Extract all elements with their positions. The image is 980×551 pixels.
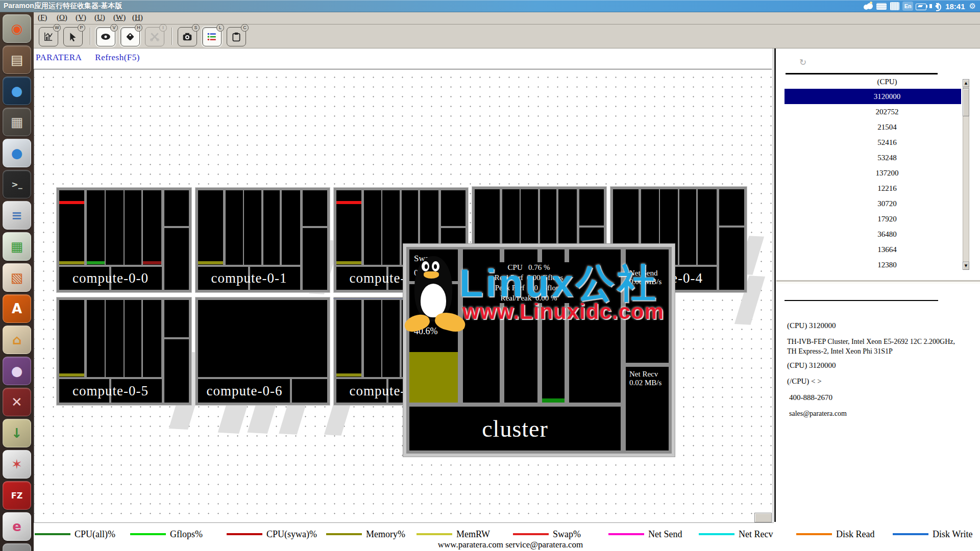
legend-swatch <box>227 533 262 535</box>
launcher-item-libreoffice-impress[interactable]: ▧ <box>3 263 31 292</box>
menu-O[interactable]: (O) <box>57 13 67 22</box>
toolbar-separator <box>172 28 172 45</box>
memory-cell: Memory 40.6% <box>409 284 458 403</box>
cpu-list-row[interactable]: 13664 <box>785 242 961 257</box>
cpu-list-row[interactable]: 17920 <box>785 211 961 227</box>
launcher-item-files[interactable]: ▤ <box>3 45 31 74</box>
launcher-item-tweak-tool[interactable]: ▭ <box>3 543 31 551</box>
cpu-stat-line: CPU 0.76 % <box>478 262 580 272</box>
cpu-list-row[interactable]: 3120000 <box>785 89 961 104</box>
node-label: compute-0-0 <box>59 267 162 290</box>
toolbar-legend-list-button[interactable]: L <box>202 27 222 46</box>
launcher-item-text-editor[interactable]: ≡ <box>3 201 31 230</box>
node-compute-0-0[interactable]: compute-0-0 <box>57 188 191 292</box>
memory-value: 40.6% <box>414 326 458 337</box>
cpu-list-row[interactable]: 36480 <box>785 227 961 242</box>
launcher-item-filezilla[interactable]: FZ <box>3 481 31 510</box>
calendar-icon[interactable] <box>888 0 901 12</box>
refresh-link[interactable]: Refresh(F5) <box>95 53 140 62</box>
cpu-list-row[interactable]: 12216 <box>785 181 961 196</box>
popup-title: cluster <box>409 407 621 450</box>
input-method-badge[interactable]: En <box>901 0 915 12</box>
net-send-value: 0.00 MB/s <box>629 278 669 286</box>
volume-icon[interactable] <box>928 0 941 12</box>
toolbar-badge: V <box>110 24 118 32</box>
menu-W[interactable]: (W) <box>113 13 126 22</box>
toolbar-chart-button[interactable]: W <box>39 27 58 46</box>
cpu-list-header: (CPU) <box>785 78 961 86</box>
launcher-item-photos[interactable]: ✶ <box>3 450 31 479</box>
swap-value: 0.0 % <box>414 268 458 278</box>
launcher-item-mail-client[interactable]: e <box>3 512 31 541</box>
usage-bar <box>59 261 84 264</box>
toolbar-tag-button[interactable]: H <box>120 27 140 46</box>
panel-rule-bottom <box>785 300 938 301</box>
info-cpu-tag: (/CPU) < > <box>787 377 963 386</box>
legend-memrw: MemRW <box>416 529 490 540</box>
node-compute-0-1[interactable]: compute-0-1 <box>195 188 330 292</box>
scroll-up-button[interactable]: ▲ <box>963 79 969 87</box>
desktop: Paramon应用运行特征收集器-基本版 En 18:41 ⚙ ◉▤●▦●>_≡… <box>0 0 980 551</box>
cpu-list-row[interactable]: 21504 <box>785 119 961 135</box>
toolbar-cut-button: I <box>145 27 164 46</box>
node-compute-0-6[interactable]: compute-0-6 <box>195 297 330 405</box>
launcher-item-archive-manager[interactable]: ▦ <box>3 108 31 136</box>
menu-V[interactable]: (V) <box>76 13 86 22</box>
info-cpu-count-2: (CPU) 3120000 <box>787 361 963 370</box>
scrollbar[interactable]: ▲ ▼ <box>963 79 969 270</box>
memory-label: Memory <box>414 314 458 324</box>
cpu-list-row[interactable]: 137200 <box>785 165 961 181</box>
usage-bar <box>336 201 361 204</box>
cpu-list-row[interactable]: 52416 <box>785 135 961 150</box>
cluster-detail-popup[interactable]: Swap 0.0 % Memory 40.6% Net Send 0.00 MB… <box>403 244 675 457</box>
clock[interactable]: 18:41 <box>945 2 965 11</box>
canvas-corner-grip[interactable] <box>754 513 772 522</box>
cpu-list-row[interactable]: 30720 <box>785 196 961 211</box>
usage-bar <box>59 373 84 377</box>
launcher-item-dash-home[interactable]: ◉ <box>3 14 31 43</box>
legend-net-recv: Net Recv <box>699 529 773 540</box>
top-panel: Paramon应用运行特征收集器-基本版 En 18:41 ⚙ <box>0 0 980 12</box>
legend-swatch <box>893 533 928 535</box>
net-recv-value: 0.02 MB/s <box>629 379 669 387</box>
launcher-item-ubuntu-one[interactable]: ● <box>3 357 31 385</box>
menu-F[interactable]: (F) <box>38 13 47 22</box>
legend-label: Gflops% <box>170 529 203 540</box>
toolbar-clipboard-button[interactable]: C <box>227 27 246 46</box>
cpu-list-row[interactable]: 12380 <box>785 257 961 272</box>
footer-contact: www.paratera.com service@paratera.com <box>398 540 623 550</box>
session-gear-icon[interactable]: ⚙ <box>969 2 976 11</box>
cpu-stat-line: Real Perf 0.00 Gflops <box>478 272 580 283</box>
legend-gflops-: Gflops% <box>130 529 203 540</box>
scroll-thumb[interactable] <box>963 88 969 116</box>
launcher-item-software-center[interactable]: ⌂ <box>3 325 31 354</box>
status-row: PARATERARefresh(F5) <box>36 53 153 63</box>
battery-icon[interactable] <box>915 0 928 12</box>
legend-swatch <box>326 533 362 535</box>
launcher-item-firefox[interactable]: ● <box>3 77 31 105</box>
menu-H[interactable]: (H) <box>132 13 143 22</box>
usage-bar <box>336 261 361 264</box>
legend-memory-: Memory% <box>326 529 405 540</box>
toolbar-pointer-button[interactable]: P <box>63 27 83 46</box>
toolbar-view-button[interactable]: V <box>96 27 115 46</box>
refresh-icon[interactable]: ↻ <box>799 57 806 67</box>
launcher-item-terminal[interactable]: >_ <box>3 170 31 198</box>
toolbar-snapshot-button[interactable]: S <box>178 27 197 46</box>
cpu-list-row[interactable]: 202752 <box>785 104 961 119</box>
cpu-stat-line: Peak Perf 0.0 Gflops <box>478 283 580 293</box>
launcher-item-libreoffice-calc[interactable]: ▦ <box>3 232 31 261</box>
menu-U[interactable]: (U) <box>94 13 105 22</box>
launcher-item-wine-app[interactable]: A <box>3 294 31 323</box>
usage-bar <box>87 261 105 264</box>
keyboard-icon[interactable] <box>875 0 888 12</box>
launcher-item-web-browser[interactable]: ● <box>3 139 31 167</box>
legend-label: MemRW <box>456 529 490 540</box>
scroll-down-button[interactable]: ▼ <box>963 262 969 270</box>
node-compute-0-5[interactable]: compute-0-5 <box>57 297 191 405</box>
unity-launcher: ◉▤●▦●>_≡▦▧A⌂●✕↓✶FZe▭ <box>0 12 34 551</box>
cpu-list-row[interactable]: 53248 <box>785 150 961 165</box>
weather-icon[interactable] <box>862 0 875 12</box>
launcher-item-downloader[interactable]: ↓ <box>3 419 31 447</box>
launcher-item-system-tools[interactable]: ✕ <box>3 388 31 416</box>
